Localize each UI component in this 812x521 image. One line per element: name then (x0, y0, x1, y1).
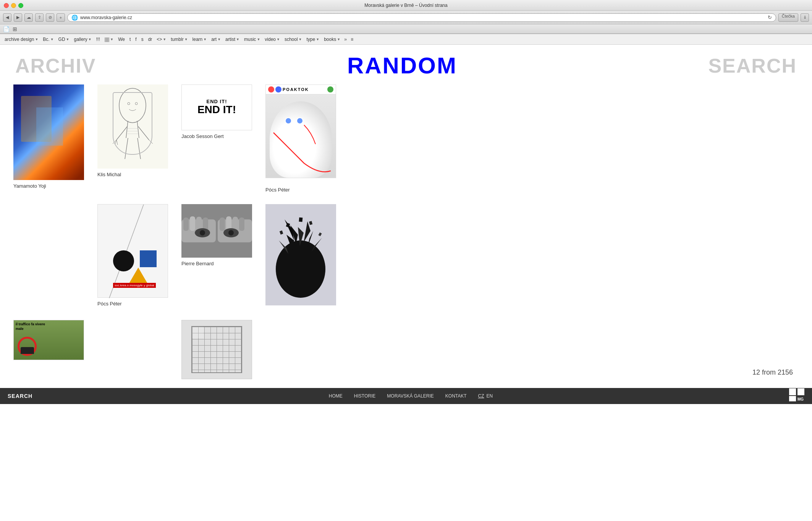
svg-point-8 (128, 102, 130, 105)
address-bar[interactable]: 🌐 www.moravska-galerie.cz ↻ (67, 13, 776, 22)
nav-gd[interactable]: GD ▼ (56, 34, 72, 44)
nav-gallery[interactable]: gallery ▼ (72, 34, 94, 44)
share-button[interactable]: ⇧ (35, 13, 44, 22)
artwork-head[interactable] (260, 202, 344, 314)
nav-s[interactable]: s (139, 34, 146, 44)
forward-button[interactable]: ▶ (14, 13, 22, 22)
nav-art[interactable]: art ▼ (209, 34, 223, 44)
nav-f[interactable]: f (133, 34, 139, 44)
artworks-grid: Yamamoto Yoji (0, 83, 812, 388)
nav-t[interactable]: t (127, 34, 133, 44)
minimize-button[interactable] (11, 3, 16, 8)
block-button[interactable]: ⊘ (46, 13, 54, 22)
row-1: Yamamoto Yoji (8, 83, 804, 198)
nav-archive-design[interactable]: archive design ▼ (2, 34, 40, 44)
svg-rect-40 (789, 388, 796, 395)
bookmark-icon: 📄 (3, 26, 10, 32)
col-1-row2 (8, 202, 92, 279)
nav-bars[interactable]: |||| ▼ (102, 34, 116, 44)
navbar: archive design ▼ Bc. ▼ GD ▼ gallery ▼ !!… (0, 34, 812, 45)
artwork-klis[interactable]: Klis Michal (92, 83, 176, 183)
grid-icon: ⊞ (13, 26, 17, 32)
footer-kontakt[interactable]: KONTAKT (445, 393, 467, 399)
nav-more-button[interactable]: » (343, 36, 348, 42)
svg-point-30 (200, 230, 205, 235)
artwork-pocs1[interactable]: POAKTOK (260, 83, 344, 198)
svg-line-11 (115, 140, 116, 144)
nav-extra[interactable]: ≡ (348, 34, 356, 44)
artwork-image-pocs1: POAKTOK (265, 84, 336, 184)
archiv-heading: ARCHIV (15, 54, 96, 77)
reload-button[interactable]: ↻ (768, 15, 772, 20)
artwork-yamamoto[interactable]: Yamamoto Yoji (8, 83, 92, 195)
url-text: www.moravska-galerie.cz (80, 15, 765, 20)
svg-line-2 (126, 121, 128, 138)
svg-line-12 (116, 140, 118, 145)
footer-search-label[interactable]: SEARCH (8, 393, 32, 399)
artwork-pierre[interactable]: Pierre Bernard (176, 202, 260, 272)
nav-school[interactable]: school ▼ (282, 34, 304, 44)
new-tab-button[interactable]: + (57, 13, 65, 22)
nav-artist[interactable]: artist ▼ (223, 34, 242, 44)
artwork-image-head (265, 204, 336, 305)
lang-en[interactable]: EN (487, 393, 493, 399)
nav-dr[interactable]: dr (146, 34, 155, 44)
svg-line-5 (138, 127, 149, 140)
svg-point-34 (276, 240, 325, 298)
close-button[interactable] (4, 3, 9, 8)
nav-bc[interactable]: Bc. ▼ (40, 34, 56, 44)
artwork-name-endit: Jacob Sesson Gert (181, 133, 224, 139)
row-2: soc.krea.o.mosogyte y global Pócs Péter (8, 202, 804, 314)
nav-music[interactable]: music ▼ (242, 34, 262, 44)
maximize-button[interactable] (18, 3, 23, 8)
artwork-image-grid (181, 320, 252, 379)
random-heading[interactable]: RANDOM (347, 52, 457, 79)
page-content: ARCHIV RANDOM SEARCH Yamamoto Yoji (0, 45, 812, 388)
nav-video[interactable]: video ▼ (262, 34, 282, 44)
back-button[interactable]: ◀ (3, 13, 11, 22)
artwork-traffic[interactable]: il traffico fa vivere male (8, 318, 92, 369)
nav-brackets[interactable]: <> ▼ (154, 34, 168, 44)
search-heading[interactable]: SEARCH (708, 54, 797, 77)
nav-type[interactable]: type ▼ (304, 34, 322, 44)
nav-tumblr[interactable]: tumblr ▼ (168, 34, 190, 44)
footer: SEARCH HOME HISTORIE MORAVSKÁ GALERIE KO… (0, 388, 812, 404)
artwork-endit[interactable]: END IT! END IT! Jacob Sesson Gert (176, 83, 260, 145)
svg-rect-25 (220, 217, 225, 231)
artwork-name-pocs1: Pócs Péter (265, 187, 290, 193)
svg-rect-21 (183, 217, 189, 231)
svg-rect-37 (299, 217, 302, 222)
lang-cz[interactable]: CZ (478, 393, 484, 399)
artwork-pocs2[interactable]: soc.krea.o.mosogyte y global Pócs Péter (92, 202, 176, 312)
nav-learn[interactable]: learn ▼ (190, 34, 209, 44)
artwork-image-traffic: il traffico fa vivere male (13, 320, 84, 360)
globe-icon: 🌐 (71, 15, 78, 21)
artwork-image-yamamoto (13, 84, 84, 180)
shape-text: soc.krea.o.mosogyte y global (113, 283, 156, 288)
footer-links: HOME HISTORIE MORAVSKÁ GALERIE KONTAKT C… (329, 393, 493, 399)
svg-line-3 (137, 121, 139, 138)
reader-button[interactable]: Čtečka (778, 13, 798, 22)
artwork-image-endit: END IT! END IT! (181, 84, 252, 130)
footer-home[interactable]: HOME (329, 393, 343, 399)
footer-moravska[interactable]: MORAVSKÁ GALERIE (387, 393, 433, 399)
svg-rect-28 (239, 217, 244, 231)
download-button[interactable]: ⇓ (801, 13, 809, 22)
footer-language: CZ EN (478, 393, 493, 399)
artwork-name-pierre: Pierre Bernard (181, 261, 214, 266)
footer-historie[interactable]: HISTORIE (354, 393, 375, 399)
svg-text:MG: MG (797, 397, 804, 401)
cloud-button[interactable]: ☁ (24, 13, 33, 22)
nav-arrow-archive: ▼ (35, 37, 38, 41)
browser-title: Moravská galerie v Brně – Úvodní strana (364, 3, 447, 8)
svg-rect-0 (97, 84, 168, 169)
nav-books[interactable]: books ▼ (322, 34, 343, 44)
svg-rect-22 (190, 216, 195, 231)
results-count: 12 from 2156 (752, 368, 793, 377)
nav-we[interactable]: We (116, 34, 127, 44)
artwork-grid[interactable] (176, 318, 260, 388)
nav-excl[interactable]: !!! (94, 34, 102, 44)
artwork-image-klis (97, 84, 168, 169)
artwork-name-klis: Klis Michal (97, 172, 121, 177)
svg-point-1 (119, 88, 146, 123)
